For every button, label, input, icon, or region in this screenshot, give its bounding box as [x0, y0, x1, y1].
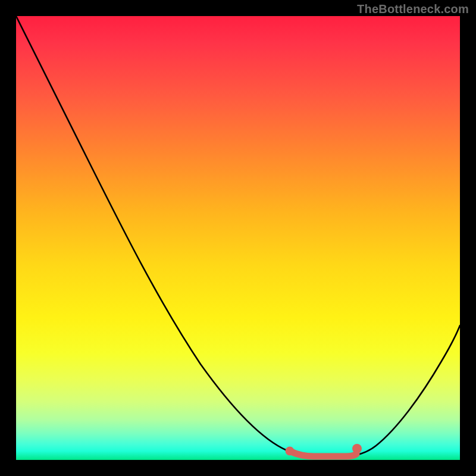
watermark-text: TheBottleneck.com	[357, 2, 469, 16]
optimal-segment	[290, 451, 356, 456]
optimal-dot-left	[286, 447, 295, 456]
curve-path	[16, 16, 460, 456]
chart-area	[16, 16, 460, 460]
optimal-dot-right	[352, 444, 362, 453]
bottleneck-curve	[16, 16, 460, 460]
